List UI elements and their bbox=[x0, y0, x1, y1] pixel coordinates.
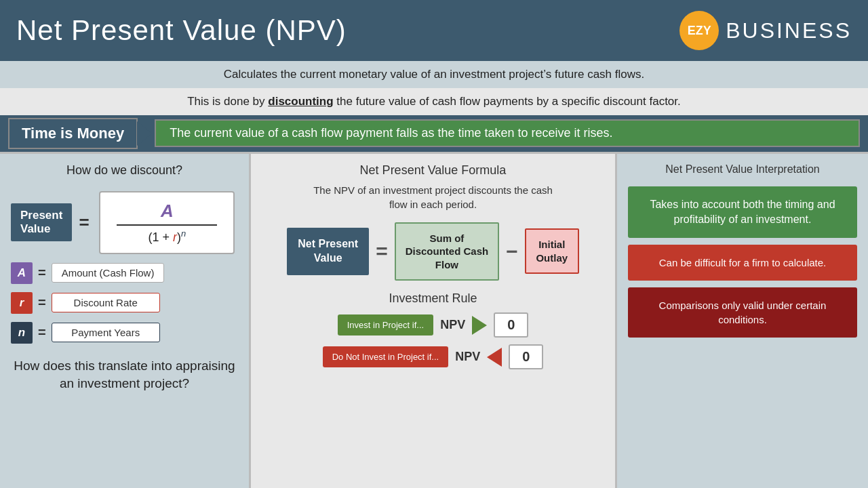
npv-box: Net PresentValue bbox=[287, 228, 369, 275]
var-r-desc: Discount Rate bbox=[52, 293, 160, 312]
formula-denominator: (1 + r)n bbox=[117, 228, 217, 245]
zero-box-1: 0 bbox=[494, 312, 528, 338]
var-n-row: n = Payment Years bbox=[11, 322, 238, 344]
var-n-eq: = bbox=[38, 325, 46, 340]
equals-sign: = bbox=[79, 212, 89, 233]
mid-col-desc: The NPV of an investment project discoun… bbox=[304, 183, 562, 211]
arrow-right-icon bbox=[472, 316, 487, 335]
bottom-question: How does this translate into appraising … bbox=[11, 357, 238, 393]
arrow-left-icon bbox=[487, 348, 502, 367]
var-n-desc: Payment Years bbox=[52, 323, 160, 342]
var-a-desc: Amount (Cash Flow) bbox=[52, 263, 165, 283]
invest-rule-header: Investment Rule bbox=[389, 291, 477, 306]
npv-box-text: Net PresentValue bbox=[298, 238, 358, 264]
npv-word-2: NPV bbox=[455, 350, 480, 364]
zero-box-2: 0 bbox=[509, 344, 543, 369]
logo-area: EZY BUSINESS bbox=[679, 11, 852, 50]
not-invest-row: Do Not Invest in Project if... NPV 0 bbox=[323, 344, 544, 369]
tim-label: Time is Money bbox=[8, 118, 138, 149]
var-r-symbol: r bbox=[20, 296, 24, 310]
tim-bar: Time is Money The current value of a cas… bbox=[0, 115, 868, 152]
var-badge-r: r bbox=[11, 292, 33, 314]
left-col-header: How do we discount? bbox=[11, 163, 238, 178]
tim-arrow-icon bbox=[137, 121, 152, 146]
right-col-header: Net Present Value Interpretation bbox=[628, 163, 857, 176]
main-content: Calculates the current monetary value of… bbox=[0, 61, 868, 488]
formula-box: A (1 + r)n bbox=[99, 191, 235, 254]
pv-label: PresentValue bbox=[11, 203, 72, 241]
interp-box-green: Takes into account both the timing and p… bbox=[628, 186, 857, 239]
banner2-underline: discounting bbox=[268, 95, 333, 108]
col-left: How do we discount? PresentValue = A (1 … bbox=[0, 154, 251, 488]
logo-circle: EZY bbox=[679, 11, 719, 50]
interp-box-red: Can be difficult for a firm to calculate… bbox=[628, 245, 857, 281]
invest-button[interactable]: Invest in Project if... bbox=[338, 314, 433, 336]
tim-content: The current value of a cash flow payment… bbox=[155, 119, 860, 147]
logo-text: EZY bbox=[688, 24, 711, 38]
var-a-eq: = bbox=[38, 265, 46, 281]
interp-box-darkred: Comparisons only valid under certain con… bbox=[628, 287, 857, 338]
page-title: Net Present Value (NPV) bbox=[16, 14, 347, 47]
var-badge-n: n bbox=[11, 322, 33, 344]
var-n-symbol: n bbox=[18, 326, 25, 340]
col-right: Net Present Value Interpretation Takes i… bbox=[617, 154, 868, 488]
pv-formula-row: PresentValue = A (1 + r)n bbox=[11, 191, 238, 254]
var-badge-a: A bbox=[11, 262, 33, 284]
info-banner-2: This is done by discounting the future v… bbox=[0, 88, 868, 115]
npv-initial-text: InitialOutlay bbox=[536, 239, 568, 264]
mid-col-header: Net Present Value Formula bbox=[360, 163, 507, 178]
banner1-text: Calculates the current monetary value of… bbox=[224, 68, 645, 81]
banner2-post: the future value of cash flow payments b… bbox=[334, 95, 681, 108]
var-a-row: A = Amount (Cash Flow) bbox=[11, 262, 238, 284]
formula-numerator: A bbox=[117, 201, 217, 226]
npv-initial-box: InitialOutlay bbox=[525, 228, 579, 274]
npv-sum-text: Sum ofDiscounted CashFlow bbox=[406, 232, 489, 270]
banner2-pre: This is done by bbox=[187, 95, 268, 108]
not-invest-button[interactable]: Do Not Invest in Project if... bbox=[323, 346, 449, 367]
var-r-row: r = Discount Rate bbox=[11, 292, 238, 314]
var-r-eq: = bbox=[38, 295, 46, 310]
npv-minus: − bbox=[506, 240, 518, 263]
invest-row: Invest in Project if... NPV 0 bbox=[338, 312, 529, 338]
npv-sum-box: Sum ofDiscounted CashFlow bbox=[395, 222, 500, 281]
col-mid: Net Present Value Formula The NPV of an … bbox=[251, 154, 617, 488]
pv-label-text: PresentValue bbox=[20, 209, 62, 235]
header: Net Present Value (NPV) EZY BUSINESS bbox=[0, 0, 868, 61]
var-a-symbol: A bbox=[18, 266, 26, 280]
npv-equals: = bbox=[376, 240, 388, 263]
logo-suffix: BUSINESS bbox=[726, 18, 852, 43]
info-banner-1: Calculates the current monetary value of… bbox=[0, 61, 868, 88]
npv-word-1: NPV bbox=[440, 318, 465, 332]
npv-formula-row: Net PresentValue = Sum ofDiscounted Cash… bbox=[287, 222, 579, 281]
three-col: How do we discount? PresentValue = A (1 … bbox=[0, 152, 868, 488]
